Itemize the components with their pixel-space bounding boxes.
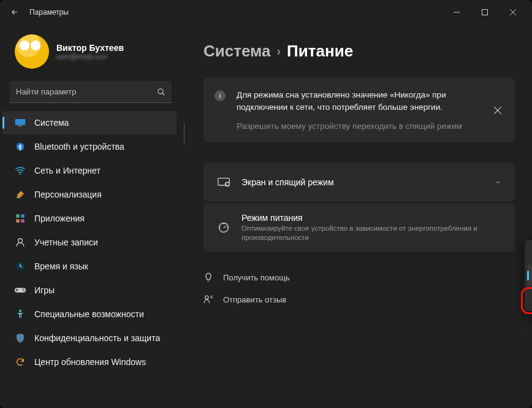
sidebar-item-label: Учетные записи	[34, 237, 98, 247]
svg-rect-1	[482, 10, 488, 15]
page-title: Питание	[287, 42, 353, 61]
sidebar-item-bluetooth[interactable]: Bluetooth и устройства	[2, 135, 177, 158]
person-icon	[15, 237, 26, 248]
feedback-link[interactable]: Отправить отзыв	[203, 288, 286, 310]
back-button[interactable]	[5, 2, 25, 22]
shield-icon	[15, 333, 26, 344]
titlebar: Параметры	[0, 0, 532, 25]
sidebar-item-clock[interactable]: Время и язык	[2, 255, 177, 278]
sidebar-item-update[interactable]: Центр обновления Windows	[2, 350, 177, 374]
sidebar-item-label: Система	[34, 118, 69, 128]
sidebar-item-label: Персонализация	[34, 190, 102, 199]
power-mode-icon	[217, 221, 230, 234]
svg-point-16	[23, 290, 25, 291]
svg-rect-10	[16, 219, 19, 222]
svg-rect-11	[21, 219, 24, 222]
footer-links: Получить помощь Отправить отзыв	[203, 266, 515, 310]
dropdown-option[interactable]: Макс. производительность	[527, 287, 532, 309]
chevron-right-icon: ›	[276, 44, 281, 58]
nav: СистемаBluetooth и устройстваСеть и Инте…	[0, 110, 181, 408]
sidebar-separator	[184, 123, 184, 145]
sidebar-item-game[interactable]: Игры	[2, 279, 177, 302]
sidebar-item-label: Время и язык	[34, 261, 88, 271]
apps-icon	[15, 213, 26, 224]
minimize-button[interactable]	[443, 2, 471, 22]
sidebar-item-label: Центр обновления Windows	[34, 357, 146, 367]
svg-rect-9	[21, 214, 24, 217]
wifi-icon	[15, 165, 26, 176]
sidebar-item-label: Приложения	[34, 214, 85, 223]
brush-icon	[15, 189, 26, 200]
chevron-down-icon	[494, 179, 501, 186]
breadcrumb-root[interactable]: Система	[203, 42, 270, 61]
power-mode-card[interactable]: Режим питания Оптимизируйте свое устройс…	[203, 204, 515, 252]
svg-point-6	[20, 174, 21, 175]
info-icon: i	[215, 90, 226, 101]
svg-rect-4	[18, 126, 22, 127]
svg-point-2	[158, 88, 163, 93]
help-link[interactable]: Получить помощь	[203, 266, 290, 288]
settings-window: Параметры Виктор Бухтеев user@email.com …	[0, 0, 532, 408]
sidebar-item-person[interactable]: Учетные записи	[2, 231, 177, 254]
card-title: Режим питания	[241, 213, 501, 223]
sidebar-item-monitor[interactable]: Система	[2, 111, 177, 134]
sidebar-item-brush[interactable]: Персонализация	[2, 183, 177, 206]
sidebar-item-label: Игры	[34, 285, 55, 295]
bluetooth-icon	[15, 141, 26, 152]
banner-close-button[interactable]	[489, 102, 506, 119]
window-title: Параметры	[29, 8, 69, 17]
help-icon	[203, 272, 215, 282]
game-icon	[15, 285, 26, 296]
svg-rect-8	[16, 214, 19, 217]
accessibility-icon	[15, 309, 26, 320]
maximize-button[interactable]	[471, 2, 499, 22]
dropdown-option[interactable]: Макс. эффективность энергопотребления	[527, 242, 532, 264]
profile[interactable]: Виктор Бухтеев user@email.com	[0, 25, 181, 81]
search-icon	[157, 88, 165, 96]
monitor-icon	[15, 117, 26, 128]
sidebar-item-label: Сеть и Интернет	[34, 166, 101, 175]
feedback-icon	[203, 294, 215, 304]
dropdown-option[interactable]: Сбалансированный	[527, 264, 532, 287]
sidebar-item-apps[interactable]: Приложения	[2, 207, 177, 230]
banner-link[interactable]: Разрешить моему устройству переходить в …	[237, 121, 462, 131]
update-icon	[15, 356, 26, 368]
sidebar-item-label: Bluetooth и устройства	[34, 142, 124, 152]
close-button[interactable]	[499, 2, 527, 22]
svg-rect-7	[17, 197, 20, 198]
screen-icon	[217, 177, 230, 187]
sidebar-item-label: Конфиденциальность и защита	[34, 333, 160, 343]
svg-point-17	[19, 310, 21, 312]
svg-rect-3	[15, 119, 26, 125]
breadcrumb: Система › Питание	[203, 42, 515, 61]
search-input[interactable]	[16, 87, 157, 96]
svg-point-15	[23, 289, 24, 290]
banner-text: Для режима сна установлено значение «Ник…	[237, 89, 485, 113]
power-mode-dropdown[interactable]: Макс. эффективность энергопотребленияСба…	[524, 239, 532, 312]
card-title: Экран и спящий режим	[241, 177, 483, 187]
sidebar-item-wifi[interactable]: Сеть и Интернет	[2, 159, 177, 182]
sidebar: Виктор Бухтеев user@email.com СистемаBlu…	[0, 25, 184, 408]
sidebar-item-shield[interactable]: Конфиденциальность и защита	[2, 326, 177, 350]
profile-email: user@email.com	[56, 53, 124, 60]
card-subtitle: Оптимизируйте свое устройство в зависимо…	[241, 224, 501, 242]
svg-point-21	[205, 296, 208, 299]
content: Система › Питание i Для режима сна устан…	[184, 25, 532, 408]
info-banner: i Для режима сна установлено значение «Н…	[203, 78, 515, 142]
profile-name: Виктор Бухтеев	[56, 43, 124, 53]
clock-icon	[15, 261, 26, 272]
sidebar-item-accessibility[interactable]: Специальные возможности	[2, 302, 177, 326]
svg-point-12	[18, 239, 23, 243]
avatar	[15, 34, 49, 69]
sidebar-item-label: Специальные возможности	[34, 309, 144, 319]
search-box[interactable]	[10, 81, 172, 103]
screen-sleep-card[interactable]: Экран и спящий режим	[203, 163, 515, 201]
